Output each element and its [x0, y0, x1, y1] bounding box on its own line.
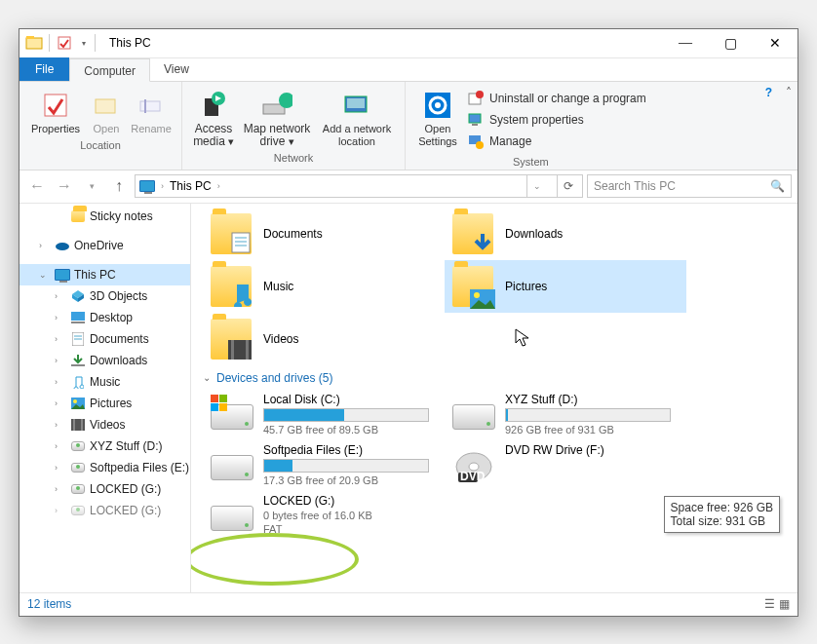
tree-pictures[interactable]: ›Pictures [19, 393, 190, 414]
tree-desktop[interactable]: ›Desktop [19, 307, 190, 328]
group-label-location: Location [25, 137, 175, 151]
help-icon[interactable]: ? [765, 86, 772, 99]
address-dropdown-icon[interactable]: ⌄ [526, 175, 547, 197]
tree-onedrive[interactable]: ›OneDrive [19, 235, 190, 256]
access-media-button[interactable]: Access media ▾ [188, 86, 239, 150]
collapse-ribbon-icon[interactable]: ˄ [786, 86, 792, 99]
close-button[interactable]: ✕ [753, 28, 798, 57]
svg-rect-47 [219, 395, 227, 402]
qat-properties-icon[interactable] [54, 32, 75, 54]
map-network-drive-button[interactable]: Map network drive ▾ [239, 86, 315, 150]
svg-point-21 [476, 141, 484, 149]
svg-rect-36 [81, 419, 83, 431]
tiles-view-icon[interactable]: ▦ [779, 597, 790, 611]
back-button[interactable]: ← [25, 174, 49, 198]
breadcrumb-root[interactable]: This PC [170, 179, 212, 193]
drive-dvd-f[interactable]: DVD DVD RW Drive (F:) [445, 439, 686, 490]
tree-softpedia-files[interactable]: ›Softpedia Files (E:) [19, 457, 190, 478]
history-dropdown-button[interactable]: ▾ [80, 174, 103, 198]
svg-rect-35 [73, 419, 75, 431]
svg-rect-27 [71, 322, 85, 323]
file-tab[interactable]: File [19, 57, 69, 81]
group-label-system: System [411, 154, 650, 168]
svg-point-22 [56, 243, 69, 250]
ribbon-group-system: Open Settings Uninstall or change a prog… [406, 82, 656, 170]
svg-rect-18 [469, 114, 481, 123]
tree-sticky-notes[interactable]: Sticky notes [19, 206, 190, 227]
address-bar: ← → ▾ ↑ › This PC › ⌄ ⟳ Search This PC 🔍 [19, 170, 798, 204]
navigation-pane[interactable]: Sticky notes ›OneDrive ⌄This PC ›3D Obje… [19, 204, 191, 592]
svg-rect-19 [472, 124, 478, 126]
ribbon: ? ˄ Properties Open Rename Location [19, 82, 798, 170]
drive-local-c[interactable]: Local Disk (C:)45.7 GB free of 89.5 GB [203, 389, 445, 439]
status-bar: 12 items ☰ ▦ [19, 592, 798, 616]
svg-rect-1 [26, 36, 34, 39]
computer-tab[interactable]: Computer [69, 58, 150, 82]
svg-rect-45 [246, 340, 249, 360]
svg-text:DVD: DVD [460, 470, 486, 483]
folder-videos[interactable]: Videos [203, 313, 445, 365]
window-title: This PC [101, 36, 159, 50]
tree-3d-objects[interactable]: ›3D Objects [19, 285, 190, 307]
tree-videos[interactable]: ›Videos [19, 414, 190, 436]
properties-button[interactable]: Properties [25, 86, 86, 137]
folder-pictures[interactable]: Pictures [445, 260, 686, 313]
refresh-button[interactable]: ⟳ [557, 175, 578, 197]
title-bar: ▾ This PC — ▢ ✕ [19, 29, 798, 58]
tree-locked-g-dup[interactable]: ›LOCKED (G:) [19, 500, 190, 521]
tree-downloads[interactable]: ›Downloads [19, 350, 190, 371]
address-box[interactable]: › This PC › ⌄ ⟳ [135, 174, 583, 198]
drives-header[interactable]: ⌄Devices and drives (5) [203, 365, 798, 389]
add-network-location-button[interactable]: Add a network location [315, 86, 399, 150]
folder-downloads[interactable]: Downloads [445, 208, 686, 260]
tree-xyz-stuff[interactable]: ›XYZ Stuff (D:) [19, 436, 190, 457]
svg-rect-26 [71, 312, 85, 321]
this-pc-icon [139, 180, 155, 192]
minimize-button[interactable]: — [663, 28, 708, 57]
ribbon-tabs: File Computer View [19, 58, 798, 82]
explorer-window: ▾ This PC — ▢ ✕ File Computer View ? ˄ P… [19, 28, 798, 617]
svg-rect-3 [45, 95, 66, 116]
drive-xyz-d[interactable]: XYZ Stuff (D:)926 GB free of 931 GB [445, 389, 686, 439]
svg-rect-31 [71, 364, 85, 366]
up-button[interactable]: ↑ [107, 174, 131, 198]
search-placeholder: Search This PC [594, 179, 676, 193]
details-view-icon[interactable]: ☰ [764, 597, 775, 611]
folder-documents[interactable]: Documents [203, 208, 445, 260]
svg-point-42 [474, 292, 480, 298]
maximize-button[interactable]: ▢ [708, 28, 753, 57]
system-properties-button[interactable]: System properties [468, 109, 646, 131]
ribbon-group-location: Properties Open Rename Location [19, 82, 182, 170]
ribbon-group-network: Access media ▾ Map network drive ▾ Add a… [182, 82, 406, 170]
search-icon: 🔍 [770, 179, 785, 193]
svg-rect-5 [140, 101, 160, 111]
search-input[interactable]: Search This PC 🔍 [587, 174, 792, 198]
svg-rect-37 [232, 233, 250, 252]
tree-this-pc[interactable]: ⌄This PC [19, 264, 190, 285]
drive-locked-g[interactable]: LOCKED (G:)0 bytes free of 16.0 KBFAT [203, 490, 445, 539]
svg-rect-0 [26, 38, 42, 49]
explorer-icon[interactable] [23, 32, 45, 54]
forward-button[interactable]: → [53, 174, 76, 198]
svg-point-33 [73, 399, 77, 403]
status-item-count: 12 items [27, 597, 71, 611]
svg-rect-4 [96, 99, 115, 113]
body: Sticky notes ›OneDrive ⌄This PC ›3D Obje… [19, 204, 798, 592]
tree-music[interactable]: ›Music [19, 371, 190, 393]
content-pane[interactable]: Documents Downloads Music Pictures Video… [191, 204, 798, 592]
uninstall-program-button[interactable]: Uninstall or change a program [468, 88, 646, 109]
view-tab[interactable]: View [150, 57, 203, 81]
manage-button[interactable]: Manage [468, 131, 646, 152]
drive-softpedia-e[interactable]: Softpedia Files (E:)17.3 GB free of 20.9… [203, 439, 445, 490]
rename-button: Rename [127, 86, 175, 137]
svg-rect-48 [211, 403, 218, 411]
svg-rect-44 [231, 340, 234, 360]
svg-rect-46 [211, 395, 218, 402]
tree-locked-g[interactable]: ›LOCKED (G:) [19, 478, 190, 500]
tree-documents[interactable]: ›Documents [19, 328, 190, 350]
qat-dropdown-icon[interactable]: ▾ [77, 32, 91, 54]
highlight-circle [191, 533, 359, 586]
open-settings-button[interactable]: Open Settings [411, 86, 464, 154]
folder-music[interactable]: Music [203, 260, 445, 313]
svg-rect-49 [219, 403, 227, 411]
